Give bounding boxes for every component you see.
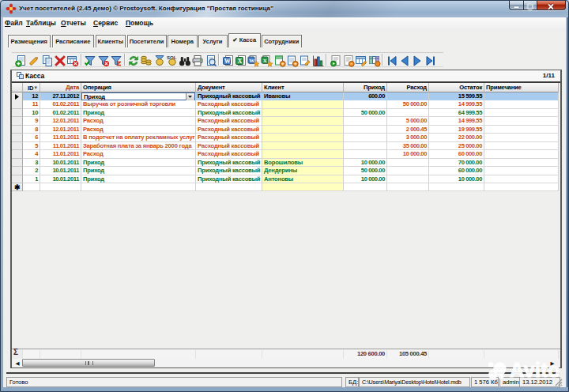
svg-text:W: W: [249, 57, 254, 63]
svg-text:X: X: [238, 58, 243, 65]
svg-text:X: X: [262, 57, 266, 63]
svg-text:W: W: [224, 58, 231, 65]
